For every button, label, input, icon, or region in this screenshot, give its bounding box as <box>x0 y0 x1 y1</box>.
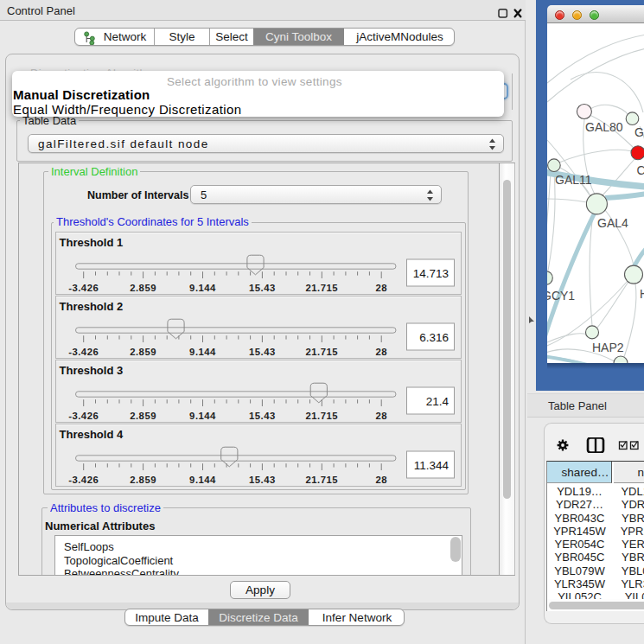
svg-text:2.859: 2.859 <box>130 283 156 293</box>
svg-text:Threshold 1: Threshold 1 <box>60 236 124 249</box>
svg-text:9.144: 9.144 <box>189 283 216 293</box>
svg-text:11.344: 11.344 <box>414 459 450 472</box>
svg-text:14.713: 14.713 <box>413 267 449 280</box>
svg-text:GA: GA <box>634 125 644 139</box>
svg-text:28: 28 <box>375 411 387 421</box>
svg-text:9.144: 9.144 <box>189 411 216 421</box>
svg-text:15.43: 15.43 <box>249 347 276 357</box>
svg-text:2.859: 2.859 <box>130 347 156 357</box>
svg-text:Threshold 2: Threshold 2 <box>60 300 124 313</box>
svg-text:Threshold 4: Threshold 4 <box>60 428 124 441</box>
svg-text:15.43: 15.43 <box>249 475 276 485</box>
svg-text:15.43: 15.43 <box>249 411 276 421</box>
svg-text:HAP2: HAP2 <box>592 341 624 354</box>
svg-text:6.316: 6.316 <box>419 331 449 344</box>
svg-text:2.859: 2.859 <box>130 411 156 421</box>
svg-text:28: 28 <box>375 347 387 357</box>
svg-text:28: 28 <box>375 475 387 485</box>
svg-text:GCY1: GCY1 <box>547 289 575 303</box>
svg-text:GAL11: GAL11 <box>555 173 592 187</box>
svg-text:21.715: 21.715 <box>306 475 339 485</box>
svg-text:-3.426: -3.426 <box>68 283 99 293</box>
svg-text:21.715: 21.715 <box>306 411 339 421</box>
svg-text:-3.426: -3.426 <box>68 475 99 485</box>
svg-text:-3.426: -3.426 <box>68 347 99 357</box>
svg-text:9.144: 9.144 <box>189 347 216 357</box>
svg-text:15.43: 15.43 <box>249 283 276 293</box>
svg-text:9.144: 9.144 <box>189 475 216 485</box>
svg-text:28: 28 <box>375 283 387 293</box>
svg-text:2.859: 2.859 <box>130 475 156 485</box>
svg-text:GAL4: GAL4 <box>597 216 628 230</box>
svg-text:-3.426: -3.426 <box>68 411 99 421</box>
svg-text:21.715: 21.715 <box>306 347 339 357</box>
svg-text:C: C <box>637 163 644 177</box>
svg-text:Threshold 3: Threshold 3 <box>60 364 124 377</box>
svg-text:GAL80: GAL80 <box>585 120 623 134</box>
svg-text:21.4: 21.4 <box>426 395 450 408</box>
svg-text:21.715: 21.715 <box>306 283 339 293</box>
svg-text:H: H <box>640 287 644 301</box>
